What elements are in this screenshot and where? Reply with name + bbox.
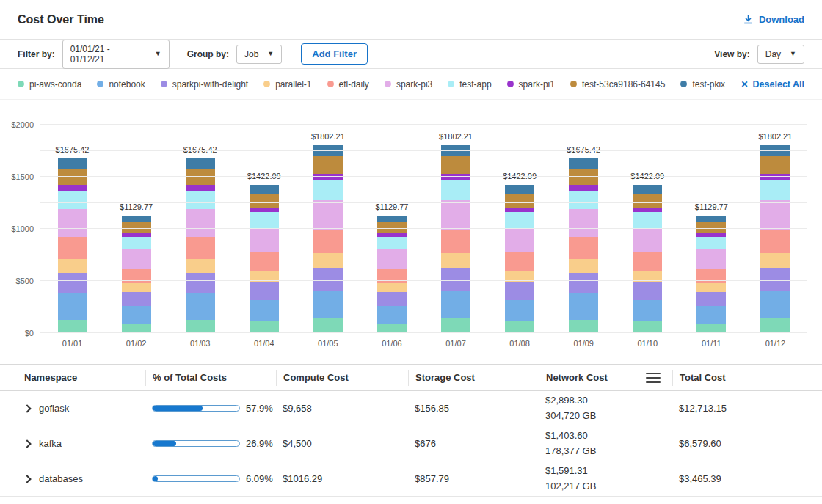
bar-segment-spark-pi3[interactable]	[441, 200, 470, 230]
deselect-all-button[interactable]: ✕ Deselect All	[741, 79, 804, 90]
legend-item-test-app[interactable]: test-app	[448, 79, 491, 90]
expand-chevron-icon[interactable]	[23, 404, 31, 412]
stacked-bar[interactable]	[313, 145, 343, 333]
bar-segment-parallel-1[interactable]	[122, 283, 151, 292]
bar-segment-parallel-1[interactable]	[569, 259, 598, 272]
bar-segment-sparkpi-with-delight[interactable]	[505, 282, 534, 299]
group-by-select[interactable]: Job ▼	[236, 45, 282, 64]
bar-segment-notebook[interactable]	[377, 306, 407, 324]
bar-segment-spark-pi1[interactable]	[186, 185, 215, 191]
bar-segment-test-pkix[interactable]	[633, 185, 662, 194]
stacked-bar[interactable]	[441, 145, 470, 333]
bar-segment-etl-daily[interactable]	[186, 237, 215, 259]
legend-item-pi-aws-conda[interactable]: pi-aws-conda	[18, 79, 81, 90]
bar-segment-test-pkix[interactable]	[58, 158, 87, 169]
bar-segment-test-pkix[interactable]	[186, 158, 215, 169]
bar-segment-test-pkix[interactable]	[377, 216, 407, 222]
bar-segment-spark-pi1[interactable]	[760, 174, 790, 180]
bar-segment-test-app[interactable]	[760, 180, 790, 200]
bar-segment-etl-daily[interactable]	[313, 230, 343, 253]
bar-segment-test-app[interactable]	[377, 237, 407, 249]
bar-segment-pi-aws-conda[interactable]	[505, 321, 534, 333]
bar-segment-parallel-1[interactable]	[186, 259, 215, 272]
legend-item-spark-pi3[interactable]: spark-pi3	[385, 79, 432, 90]
bar-segment-test-pkix[interactable]	[250, 185, 279, 194]
bar-segment-sparkpi-with-delight[interactable]	[377, 292, 407, 306]
bar-segment-sparkpi-with-delight[interactable]	[250, 282, 279, 299]
bar-segment-notebook[interactable]	[505, 300, 534, 322]
bar-segment-pi-aws-conda[interactable]	[760, 318, 790, 333]
bar-segment-etl-daily[interactable]	[58, 237, 87, 259]
bar-segment-spark-pi3[interactable]	[633, 228, 662, 252]
legend-item-test-pkix[interactable]: test-pkix	[680, 79, 725, 90]
download-button[interactable]: Download	[743, 14, 804, 25]
bar-segment-test-app[interactable]	[569, 191, 598, 209]
bar-segment-parallel-1[interactable]	[760, 253, 790, 268]
legend-item-sparkpi-with-delight[interactable]: sparkpi-with-delight	[161, 79, 248, 90]
legend-item-notebook[interactable]: notebook	[97, 79, 145, 90]
view-by-select[interactable]: Day ▼	[757, 45, 804, 64]
bar-segment-etl-daily[interactable]	[760, 230, 790, 253]
table-row-databases[interactable]: databases6.09%$1016.29$857.79$1,591.3110…	[0, 461, 822, 497]
bar-segment-test-app[interactable]	[58, 191, 87, 209]
stacked-bar[interactable]	[760, 145, 790, 333]
bar-segment-notebook[interactable]	[441, 291, 470, 318]
bar-segment-pi-aws-conda[interactable]	[58, 320, 87, 333]
bar-segment-test-53ca9186-64145[interactable]	[250, 194, 279, 208]
bar-segment-test-app[interactable]	[633, 212, 662, 227]
bar-segment-sparkpi-with-delight[interactable]	[313, 268, 343, 291]
add-filter-button[interactable]: Add Filter	[301, 43, 368, 65]
stacked-bar[interactable]	[250, 185, 279, 333]
date-range-select[interactable]: 01/01/21 - 01/12/21 ▼	[62, 40, 170, 69]
expand-chevron-icon[interactable]	[23, 439, 31, 448]
bar-segment-spark-pi3[interactable]	[58, 209, 87, 237]
bar-segment-test-53ca9186-64145[interactable]	[760, 156, 790, 173]
bar-segment-spark-pi1[interactable]	[569, 185, 598, 191]
bar-segment-pi-aws-conda[interactable]	[250, 321, 279, 333]
bar-segment-parallel-1[interactable]	[377, 283, 407, 292]
bar-segment-sparkpi-with-delight[interactable]	[696, 292, 726, 306]
bar-segment-spark-pi3[interactable]	[505, 228, 534, 252]
stacked-bar[interactable]	[505, 185, 534, 333]
bar-segment-test-app[interactable]	[441, 180, 470, 200]
stacked-bar[interactable]	[122, 216, 151, 333]
legend-item-parallel-1[interactable]: parallel-1	[263, 79, 311, 90]
legend-item-etl-daily[interactable]: etl-daily	[327, 79, 369, 90]
bar-segment-notebook[interactable]	[122, 306, 151, 324]
bar-segment-spark-pi1[interactable]	[441, 174, 470, 180]
bar-segment-test-app[interactable]	[313, 180, 343, 200]
bar-segment-spark-pi3[interactable]	[696, 249, 726, 269]
bar-segment-spark-pi3[interactable]	[760, 200, 790, 230]
bar-segment-notebook[interactable]	[250, 300, 279, 322]
bar-segment-spark-pi3[interactable]	[377, 249, 407, 269]
bar-segment-parallel-1[interactable]	[313, 253, 343, 268]
bar-segment-test-pkix[interactable]	[760, 145, 790, 156]
bar-segment-test-53ca9186-64145[interactable]	[58, 169, 87, 185]
bar-segment-sparkpi-with-delight[interactable]	[58, 273, 87, 293]
table-row-kafka[interactable]: kafka26.9%$4,500$676$1,403.60178,377 GB$…	[0, 426, 822, 461]
column-settings-icon[interactable]	[646, 373, 661, 383]
bar-segment-test-pkix[interactable]	[122, 216, 151, 222]
bar-segment-sparkpi-with-delight[interactable]	[633, 282, 662, 299]
stacked-bar[interactable]	[377, 216, 407, 333]
bar-segment-pi-aws-conda[interactable]	[441, 318, 470, 333]
bar-segment-sparkpi-with-delight[interactable]	[441, 268, 470, 291]
bar-segment-parallel-1[interactable]	[441, 253, 470, 268]
bar-segment-etl-daily[interactable]	[441, 230, 470, 253]
bar-segment-sparkpi-with-delight[interactable]	[569, 273, 598, 293]
bar-segment-sparkpi-with-delight[interactable]	[122, 292, 151, 306]
bar-segment-test-pkix[interactable]	[569, 158, 598, 169]
bar-segment-spark-pi3[interactable]	[122, 249, 151, 269]
bar-segment-test-app[interactable]	[186, 191, 215, 209]
bar-segment-test-53ca9186-64145[interactable]	[505, 194, 534, 208]
legend-item-spark-pi1[interactable]: spark-pi1	[507, 79, 555, 90]
bar-segment-notebook[interactable]	[760, 291, 790, 318]
table-row-goflask[interactable]: goflask57.9%$9,658$156.85$2,898.30304,72…	[0, 391, 822, 426]
bar-segment-spark-pi3[interactable]	[569, 209, 598, 237]
bar-segment-test-pkix[interactable]	[441, 145, 470, 156]
bar-segment-test-pkix[interactable]	[696, 216, 726, 222]
bar-segment-test-pkix[interactable]	[505, 185, 534, 194]
bar-segment-pi-aws-conda[interactable]	[186, 320, 215, 333]
bar-segment-test-app[interactable]	[122, 237, 151, 249]
bar-segment-spark-pi1[interactable]	[58, 185, 87, 191]
